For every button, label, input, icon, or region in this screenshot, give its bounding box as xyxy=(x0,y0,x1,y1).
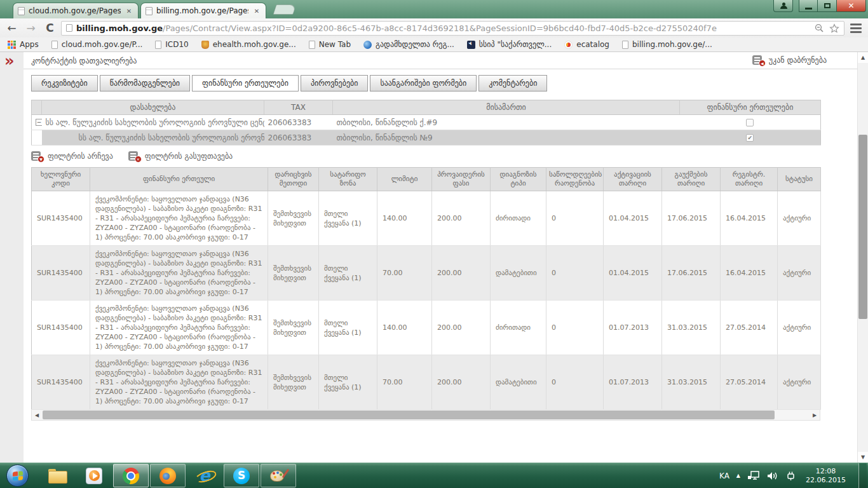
select-filter-button[interactable]: ▼ფილტრის არჩევა xyxy=(31,151,113,161)
page-icon xyxy=(51,41,58,49)
taskbar-app-paint[interactable] xyxy=(261,464,296,487)
tab-საანგარიშები ფორმები[interactable]: საანგარიშები ფორმები xyxy=(370,75,477,92)
tab-რეკვიზიტები[interactable]: რეკვიზიტები xyxy=(31,75,98,92)
code-cell: SUR1435400 xyxy=(32,191,90,246)
zone-cell: მთელი ქვეყანა (1) xyxy=(319,355,377,410)
language-indicator[interactable]: KA xyxy=(719,471,729,480)
scroll-up-icon[interactable]: ▲ xyxy=(858,52,868,63)
volume-icon[interactable] xyxy=(767,471,778,481)
horizontal-scrollbar[interactable]: ◀ ▶ xyxy=(31,410,820,421)
financial-unit-checkbox[interactable] xyxy=(746,119,754,126)
taskbar-app-chrome[interactable] xyxy=(113,464,149,487)
start-button[interactable] xyxy=(6,464,29,487)
taskbar-clock[interactable]: 12:08 22.06.2015 xyxy=(806,467,846,485)
network-icon[interactable] xyxy=(747,471,760,481)
bookmark-item[interactable]: ehealth.moh.gov.ge... xyxy=(201,40,296,49)
fin-column-header: დარიცხვის მეთოდი xyxy=(268,168,319,191)
back-to-list-button[interactable]: ◀ უკან დაბრუნება xyxy=(749,54,831,67)
fin-table-row[interactable]: SUR1435400ქვეკომპონენტი: საყოველთაო ჯანდ… xyxy=(32,355,821,410)
zone-cell: მთელი ქვეყანა (1) xyxy=(319,301,377,355)
forward-button[interactable]: → xyxy=(23,20,39,36)
bookmark-item[interactable]: ICD10 xyxy=(155,40,188,49)
tab-პიროვნებები[interactable]: პიროვნებები xyxy=(301,75,369,92)
financial-unit-checkbox[interactable]: ✔ xyxy=(746,134,754,142)
taskbar-app-skype[interactable]: S xyxy=(224,464,259,487)
financial-unit-cell: ქვეკომპონენტი: საყოველთაო ჯანდაცვა (N36 … xyxy=(90,191,268,246)
back-button[interactable]: ← xyxy=(4,20,20,36)
registration-date-cell: 16.04.2015 xyxy=(721,246,778,301)
clear-filter-button[interactable]: ✕ფილტრის გასუფთავება xyxy=(128,151,233,161)
bookmark-item[interactable]: ecatalog xyxy=(564,40,609,49)
bookmarks-bar: Appscloud.moh.gov.ge/P...ICD10ehealth.mo… xyxy=(0,37,868,52)
tab-close-icon[interactable]: ✕ xyxy=(125,6,133,15)
minimize-button[interactable] xyxy=(799,0,818,12)
bookmark-item[interactable]: გადამხდელთა რეგ... xyxy=(363,40,454,49)
reload-icon: C xyxy=(46,22,53,34)
tab-ფინანსური ერთეულები[interactable]: ფინანსური ერთეულები xyxy=(192,75,299,92)
status-cell: აქტიური xyxy=(778,355,821,410)
bed-days-cell: 0 xyxy=(546,246,604,301)
bookmark-label: Apps xyxy=(20,40,39,49)
org-table-row[interactable]: −სს ალ. წულუკიძის სახელობის უროლოგიის ერ… xyxy=(32,115,821,130)
maximize-button[interactable] xyxy=(818,0,837,12)
chrome-menu-button[interactable] xyxy=(848,22,864,34)
org-table-row[interactable]: სს ალ. წულუკიძის სახელობის უროლოგიის ერო… xyxy=(32,130,821,146)
vertical-scroll-thumb[interactable] xyxy=(858,135,867,319)
financial-unit-cell: ქვეკომპონენტი: საყოველთაო ჯანდაცვა (N36 … xyxy=(90,246,268,301)
scroll-right-icon[interactable]: ▶ xyxy=(810,410,820,420)
profile-button[interactable] xyxy=(773,0,793,12)
collapse-node-icon[interactable]: − xyxy=(36,119,42,126)
bookmark-item[interactable]: New Tab xyxy=(309,40,351,49)
collapse-menu-icon[interactable]: » xyxy=(4,52,15,70)
fin-table-row[interactable]: SUR1435400ქვეკომპონენტი: საყოველთაო ჯანდ… xyxy=(32,301,821,355)
taskbar-app-internet-explorer[interactable]: e xyxy=(187,464,222,487)
reload-button[interactable]: C xyxy=(42,20,58,36)
expander-cell xyxy=(32,130,42,146)
bookmark-item[interactable]: სსიპ "საქართველ... xyxy=(467,40,552,49)
zoom-icon[interactable] xyxy=(815,24,824,33)
hidden-icons-arrow-icon[interactable]: ▲ xyxy=(736,473,740,478)
internet-explorer-icon: e xyxy=(196,468,213,484)
show-desktop-button[interactable] xyxy=(858,463,867,488)
zone-cell: მთელი ქვეყანა (1) xyxy=(319,246,377,301)
bookmark-item[interactable]: cloud.moh.gov.ge/P... xyxy=(51,40,143,49)
new-tab-button[interactable] xyxy=(273,4,296,15)
taskbar-app-explorer[interactable] xyxy=(39,464,75,487)
address-bar[interactable]: billing.moh.gov.ge/Pages/Contract/View.a… xyxy=(61,21,844,36)
scroll-left-icon[interactable]: ◀ xyxy=(32,410,42,420)
taskbar-apps: eS xyxy=(39,464,297,487)
close-button[interactable]: ✕ xyxy=(837,0,866,12)
browser-tab-strip: cloud.moh.gov.ge/Pages/ ✕ billing.moh.go… xyxy=(0,0,868,18)
browser-tab-billing[interactable]: billing.moh.gov.ge/Pages/ ✕ xyxy=(140,3,266,18)
tab-კომენტარები[interactable]: კომენტარები xyxy=(478,75,547,92)
bookmark-label: billing.moh.gov.ge/... xyxy=(632,40,712,49)
contract-tabs: რეკვიზიტებიწარმომადგენლებიფინანსური ერთე… xyxy=(31,75,857,92)
bookmark-star-icon[interactable] xyxy=(829,24,839,33)
browser-tab-cloud[interactable]: cloud.moh.gov.ge/Pages/ ✕ xyxy=(13,3,139,18)
horizontal-scroll-thumb[interactable] xyxy=(43,410,775,419)
vertical-scrollbar[interactable]: ▲ ▼ xyxy=(857,52,868,463)
filter-button-label: ფილტრის გასუფთავება xyxy=(145,152,233,161)
bookmark-item[interactable]: billing.moh.gov.ge/... xyxy=(622,40,712,49)
taskbar-app-media-player[interactable] xyxy=(76,464,112,487)
tab-წარმომადგენლები[interactable]: წარმომადგენლები xyxy=(100,75,190,92)
scroll-down-icon[interactable]: ▼ xyxy=(858,452,868,463)
fin-column-header: სტატუსი xyxy=(778,168,821,191)
taskbar-app-firefox[interactable] xyxy=(150,464,186,487)
org-column-header: TAX xyxy=(264,100,333,115)
fin-table-row[interactable]: SUR1435400ქვეკომპონენტი: საყოველთაო ჯანდ… xyxy=(32,246,821,301)
explorer-icon xyxy=(48,469,66,482)
provider-price-cell: 200.00 xyxy=(432,246,491,301)
registration-date-cell: 27.05.2014 xyxy=(721,301,778,355)
back-doc-icon: ◀ xyxy=(752,55,764,65)
apps-shortcut[interactable]: Apps xyxy=(8,40,39,49)
windows-flag-icon xyxy=(13,471,23,481)
bed-days-cell: 0 xyxy=(546,301,604,355)
bookmark-label: ICD10 xyxy=(165,40,188,49)
media-player-icon xyxy=(86,468,102,484)
status-cell: აქტიური xyxy=(778,246,821,301)
tab-close-icon[interactable]: ✕ xyxy=(252,6,261,15)
power-plug-icon[interactable] xyxy=(785,471,796,481)
fin-table-row[interactable]: SUR1435400ქვეკომპონენტი: საყოველთაო ჯანდ… xyxy=(32,191,821,246)
page-favicon xyxy=(146,7,153,15)
